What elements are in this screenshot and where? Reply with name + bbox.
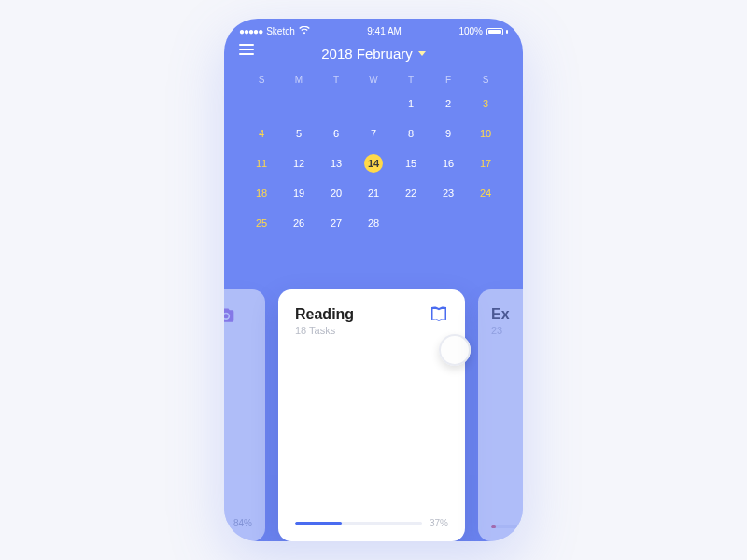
battery-icon: [486, 28, 508, 35]
weekday-label: W: [355, 75, 392, 85]
calendar-week: 25262728...: [243, 214, 504, 232]
weekday-row: SMTWTFS: [243, 75, 504, 85]
month-label: 2018 February: [321, 46, 413, 62]
month-picker[interactable]: 2018 February: [321, 46, 426, 62]
progress-label: 84%: [224, 518, 256, 528]
calendar-day[interactable]: 11: [243, 154, 280, 173]
calendar-day[interactable]: 2: [430, 94, 467, 113]
calendar-day[interactable]: 25: [243, 214, 280, 232]
weekday-label: M: [280, 75, 317, 85]
calendar-day[interactable]: 20: [317, 184, 355, 203]
calendar-day[interactable]: 9: [430, 124, 467, 143]
card-title: Reading: [295, 306, 448, 323]
card-title: Ex: [491, 306, 523, 323]
calendar-day[interactable]: 10: [467, 124, 504, 143]
calendar-day[interactable]: 12: [280, 154, 317, 173]
calendar-week: ....123: [243, 94, 504, 113]
weekday-label: F: [430, 75, 467, 85]
card-subtitle: 23: [491, 325, 523, 336]
calendar-week: 45678910: [243, 124, 504, 143]
weekday-label: S: [467, 75, 504, 85]
calendar-day[interactable]: 1: [392, 94, 430, 113]
calendar-day[interactable]: 17: [467, 154, 504, 173]
calendar-day[interactable]: 7: [355, 124, 392, 143]
progress-label: 37%: [430, 518, 448, 528]
wifi-icon: [299, 26, 310, 36]
phone-frame: ●●●●● Sketch 9:41 AM 100% 2018 February …: [224, 19, 523, 541]
calendar-day[interactable]: 13: [317, 154, 355, 173]
calendar-day[interactable]: 5: [280, 124, 317, 143]
calendar-day[interactable]: 24: [467, 184, 504, 203]
progress-bar: [491, 525, 523, 528]
signal-dots-icon: ●●●●●: [239, 26, 262, 36]
calendar-day[interactable]: 28: [355, 214, 392, 232]
weekday-label: T: [317, 75, 355, 85]
menu-button[interactable]: [239, 44, 254, 55]
calendar-day[interactable]: 4: [243, 124, 280, 143]
calendar-day[interactable]: 3: [467, 94, 504, 113]
task-card-reading[interactable]: Reading 18 Tasks 37%: [278, 289, 465, 541]
calendar-day[interactable]: 27: [317, 214, 355, 232]
calendar-week: 11121314151617: [243, 154, 504, 173]
weekday-label: S: [243, 75, 280, 85]
calendar-day[interactable]: 26: [280, 214, 317, 232]
calendar-day[interactable]: 15: [392, 154, 430, 173]
calendar-day[interactable]: 14: [355, 154, 392, 173]
calendar-day[interactable]: 23: [430, 184, 467, 203]
calendar-day[interactable]: 19: [280, 184, 317, 203]
camera-icon: [224, 306, 256, 329]
calendar: SMTWTFS ....1234567891011121314151617181…: [224, 75, 523, 232]
calendar-day[interactable]: 18: [243, 184, 280, 203]
calendar-day[interactable]: 21: [355, 184, 392, 203]
task-cards[interactable]: 84% Reading 18 Tasks 37% Ex 23: [224, 289, 523, 541]
status-bar: ●●●●● Sketch 9:41 AM 100%: [224, 19, 523, 40]
clock-label: 9:41 AM: [367, 26, 402, 36]
task-card-prev[interactable]: 84%: [224, 289, 265, 541]
calendar-week: 18192021222324: [243, 184, 504, 203]
calendar-day[interactable]: 16: [430, 154, 467, 173]
progress-bar: [295, 522, 422, 525]
battery-label: 100%: [458, 26, 483, 36]
top-bar: 2018 February: [224, 40, 523, 75]
chevron-down-icon: [418, 51, 426, 56]
add-task-button[interactable]: [439, 334, 471, 366]
calendar-day[interactable]: 8: [392, 124, 430, 143]
carrier-label: Sketch: [266, 26, 295, 36]
weekday-label: T: [392, 75, 430, 85]
book-icon: [428, 304, 450, 330]
card-subtitle: 18 Tasks: [295, 325, 448, 336]
calendar-day[interactable]: 6: [317, 124, 355, 143]
task-card-next[interactable]: Ex 23: [478, 289, 523, 541]
calendar-day[interactable]: 22: [392, 184, 430, 203]
